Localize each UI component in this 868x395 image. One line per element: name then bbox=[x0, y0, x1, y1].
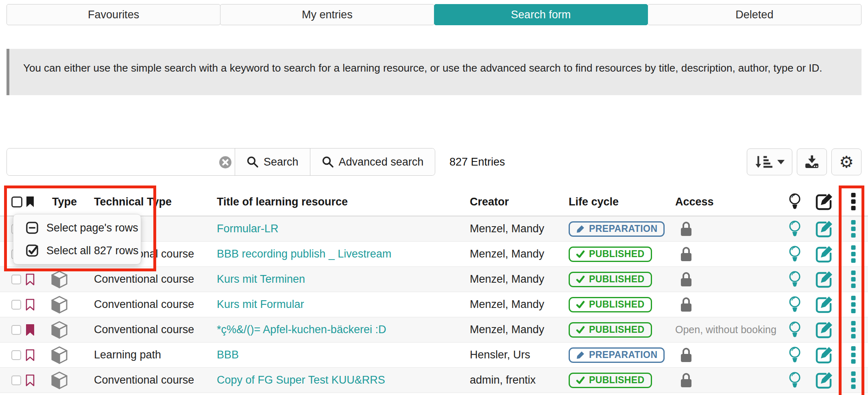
row-checkbox[interactable] bbox=[11, 325, 21, 335]
edit-icon[interactable] bbox=[815, 321, 833, 339]
lock-icon bbox=[680, 297, 692, 312]
table-tools: ⚙ bbox=[747, 148, 861, 175]
bookmark-icon[interactable] bbox=[25, 273, 35, 286]
table-row: Learning path BBB Hensler, Urs PREPARATI… bbox=[0, 343, 868, 368]
sort-icon bbox=[755, 155, 772, 169]
check-icon bbox=[576, 376, 585, 385]
settings-button[interactable]: ⚙ bbox=[831, 148, 861, 175]
lightbulb-icon[interactable] bbox=[788, 271, 801, 288]
row-checkbox[interactable] bbox=[11, 350, 21, 360]
search-icon bbox=[246, 156, 259, 168]
creator: Menzel, Mandy bbox=[466, 223, 565, 235]
search-input[interactable] bbox=[7, 148, 235, 175]
kebab-menu-icon[interactable] bbox=[851, 245, 856, 263]
tab-deleted[interactable]: Deleted bbox=[648, 4, 861, 25]
check-icon bbox=[576, 275, 585, 284]
course-type-icon bbox=[51, 271, 68, 288]
column-header-access[interactable]: Access bbox=[671, 196, 780, 208]
kebab-menu-icon[interactable] bbox=[851, 371, 856, 389]
edit-icon[interactable] bbox=[815, 295, 833, 314]
tab-search-form[interactable]: Search form bbox=[434, 4, 648, 25]
lightbulb-icon bbox=[788, 193, 801, 211]
lightbulb-icon[interactable] bbox=[788, 346, 801, 364]
lock-icon bbox=[680, 272, 692, 287]
kebab-menu-icon[interactable] bbox=[851, 346, 856, 364]
resource-title-link[interactable]: Copy of FG Super Test KUU&RRS bbox=[217, 374, 385, 386]
edit-icon[interactable] bbox=[815, 371, 833, 390]
life-cycle-badge: PUBLISHED bbox=[569, 297, 652, 312]
check-icon bbox=[576, 300, 585, 309]
technical-type: Learning path bbox=[87, 349, 214, 361]
edit-icon[interactable] bbox=[815, 245, 833, 264]
check-icon bbox=[576, 250, 585, 259]
column-header-type[interactable]: Type bbox=[46, 196, 87, 208]
menu-item-select-all-rows[interactable]: Select all 827 rows bbox=[13, 239, 141, 262]
resource-title-link[interactable]: Kurs mit Terminen bbox=[217, 273, 305, 285]
clear-search-icon[interactable] bbox=[219, 156, 232, 169]
access-cell: Open, without booking bbox=[671, 324, 780, 336]
tab-favourites[interactable]: Favourites bbox=[7, 4, 220, 25]
column-header-title[interactable]: Title of learning resource bbox=[214, 196, 466, 208]
column-header-technical-type[interactable]: Technical Type bbox=[87, 196, 214, 208]
lock-icon bbox=[680, 373, 692, 388]
advanced-search-label: Advanced search bbox=[339, 156, 424, 168]
edit-icon[interactable] bbox=[815, 346, 833, 364]
life-cycle-badge: PUBLISHED bbox=[569, 272, 652, 287]
lightbulb-icon[interactable] bbox=[788, 296, 801, 314]
search-button[interactable]: Search bbox=[235, 148, 310, 175]
chevron-down-icon bbox=[777, 160, 785, 164]
bookmark-icon[interactable] bbox=[25, 299, 35, 311]
menu-item-select-page-rows[interactable]: Select page's rows bbox=[13, 216, 141, 239]
access-cell bbox=[671, 347, 780, 363]
creator: Menzel, Mandy bbox=[466, 323, 565, 336]
menu-item-label: Select page's rows bbox=[46, 222, 138, 234]
access-cell bbox=[671, 247, 780, 262]
info-callout: You can either use the simple search wit… bbox=[7, 49, 861, 95]
tab-my-entries[interactable]: My entries bbox=[220, 4, 434, 25]
technical-type: Conventional course bbox=[87, 273, 214, 286]
kebab-menu-icon[interactable] bbox=[851, 220, 856, 238]
row-checkbox[interactable] bbox=[11, 375, 21, 385]
lock-icon bbox=[680, 247, 692, 262]
bookmark-icon[interactable] bbox=[25, 374, 35, 386]
kebab-menu-icon[interactable] bbox=[851, 321, 856, 339]
access-cell bbox=[671, 272, 780, 287]
resource-title-link[interactable]: Kurs mit Formular bbox=[217, 298, 304, 310]
check-icon bbox=[576, 325, 585, 334]
bookmark-icon[interactable] bbox=[25, 196, 35, 208]
course-type-icon bbox=[51, 321, 68, 339]
column-header-life-cycle[interactable]: Life cycle bbox=[565, 196, 671, 208]
advanced-search-button[interactable]: Advanced search bbox=[310, 148, 435, 175]
lightbulb-icon[interactable] bbox=[788, 245, 801, 263]
life-cycle-badge: PUBLISHED bbox=[569, 322, 652, 338]
edit-icon[interactable] bbox=[815, 270, 833, 289]
kebab-menu-icon[interactable] bbox=[851, 296, 856, 314]
sort-button[interactable] bbox=[747, 148, 792, 175]
bookmark-icon[interactable] bbox=[25, 324, 35, 336]
kebab-menu-icon[interactable] bbox=[851, 271, 856, 288]
kebab-menu-icon[interactable] bbox=[851, 193, 856, 211]
pencil-icon bbox=[576, 225, 585, 234]
download-button[interactable] bbox=[797, 148, 827, 175]
resource-title-link[interactable]: BBB recording publish _ Livestream bbox=[217, 248, 391, 260]
row-checkbox[interactable] bbox=[11, 275, 21, 284]
lightbulb-icon[interactable] bbox=[788, 371, 801, 389]
entries-count: 827 Entries bbox=[449, 148, 505, 176]
creator: Menzel, Mandy bbox=[466, 298, 565, 311]
select-all-checkbox[interactable] bbox=[11, 196, 22, 207]
row-checkbox[interactable] bbox=[11, 300, 21, 310]
life-cycle-badge: PREPARATION bbox=[569, 347, 665, 363]
select-rows-dropdown: Select page's rows Select all 827 rows bbox=[13, 214, 141, 264]
resource-title-link[interactable]: BBB bbox=[217, 349, 239, 361]
column-header-creator[interactable]: Creator bbox=[466, 196, 565, 208]
lightbulb-icon[interactable] bbox=[788, 321, 801, 339]
creator: Menzel, Mandy bbox=[466, 273, 565, 286]
resource-title-link[interactable]: Formular-LR bbox=[217, 223, 279, 235]
bookmark-icon[interactable] bbox=[25, 349, 35, 361]
resource-title-link[interactable]: *ç%&/()= Apfel-kuchen-bäckerei :D bbox=[217, 323, 386, 336]
life-cycle-badge: PUBLISHED bbox=[569, 247, 652, 262]
technical-type: Conventional course bbox=[87, 298, 214, 311]
edit-icon[interactable] bbox=[815, 220, 833, 238]
pencil-icon bbox=[576, 351, 585, 360]
lightbulb-icon[interactable] bbox=[788, 220, 801, 238]
